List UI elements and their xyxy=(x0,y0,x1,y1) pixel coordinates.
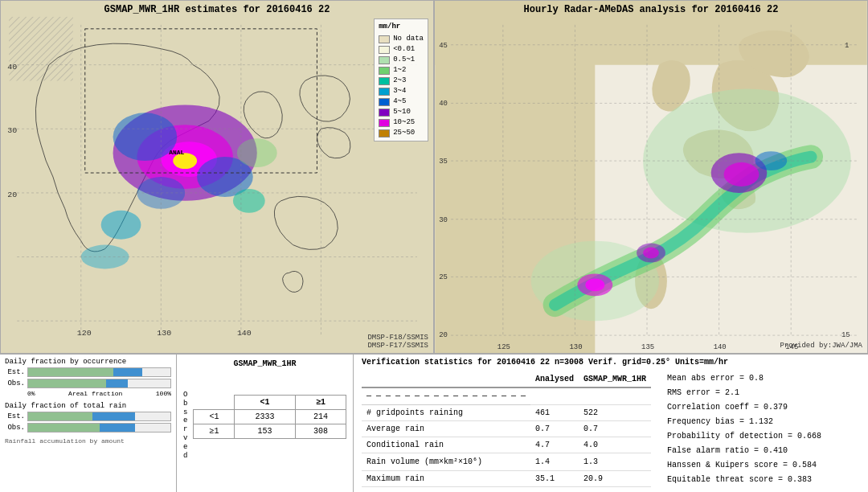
ct-cell-lt1-ge1: 214 xyxy=(295,409,346,424)
ct-header-ge1: ≥1 xyxy=(295,395,346,409)
stat-mean-abs-error: Mean abs error = 0.8 xyxy=(667,371,821,386)
svg-text:120: 120 xyxy=(77,329,92,338)
svg-text:135: 135 xyxy=(641,343,654,351)
bottom-left-panel: Daily fraction by occurrence Est. Obs. xyxy=(0,355,177,492)
legend-no-data: No data xyxy=(393,34,424,44)
svg-text:35: 35 xyxy=(439,158,448,166)
ct-cell-ge1-lt1: 153 xyxy=(235,424,295,438)
left-map-bottom-label: DMSP-F18/SSMIS DMSP-F17/SSMIS xyxy=(367,334,428,350)
legend: mm/hr No data <0.01 0.5~1 1~2 2~3 3~4 4~… xyxy=(374,18,428,141)
legend-10-25: 10~25 xyxy=(393,117,415,128)
right-map-title: Hourly Radar-AMeDAS analysis for 2016041… xyxy=(435,4,867,15)
main-container: GSMAP_MWR_1HR estimates for 20160416 22 xyxy=(0,0,868,492)
stats-row-1-analysed: 461 xyxy=(530,404,579,420)
stat-hanssen-kuipers: Hanssen & Kuipers score = 0.584 xyxy=(667,458,821,473)
maps-row: GSMAP_MWR_1HR estimates for 20160416 22 xyxy=(0,0,868,354)
stat-pod: Probability of detection = 0.668 xyxy=(667,429,821,444)
ct-row-ge1: ≥1 xyxy=(194,424,235,438)
ct-table: <1 ≥1 <1 2333 214 ≥1 153 308 xyxy=(193,395,346,439)
legend-3-4: 3~4 xyxy=(393,86,406,96)
svg-text:ANAL: ANAL xyxy=(169,149,184,156)
est-bar-1-blue xyxy=(113,368,141,376)
stats-row-2-label: Average rain xyxy=(362,420,530,437)
legend-4-5: 4~5 xyxy=(393,96,406,107)
accumulation-label: Rainfall accumulation by amount xyxy=(5,437,171,445)
svg-point-37 xyxy=(724,162,760,187)
legend-1-2: 1~2 xyxy=(393,65,406,76)
ct-title: GSMAP_MWR_1HR xyxy=(183,359,346,368)
est-label-1: Est. xyxy=(5,368,25,376)
right-map-svg: 45 40 35 30 25 20 125 130 135 140 145 1 … xyxy=(435,1,867,353)
total-rain-title: Daily fraction of total rain xyxy=(5,402,171,410)
est-bar-2-blue xyxy=(92,412,135,420)
stats-title: Verification statistics for 20160416 22 … xyxy=(362,358,860,367)
left-map-title: GSMAP_MWR_1HR estimates for 20160416 22 xyxy=(1,4,433,15)
svg-text:1: 1 xyxy=(845,42,849,50)
stats-row-5-analysed: 35.1 xyxy=(530,470,579,486)
stats-col-gsmap: GSMAP_MWR_1HR xyxy=(579,371,651,387)
svg-text:30: 30 xyxy=(7,126,17,135)
stats-row-2-analysed: 0.7 xyxy=(530,420,579,437)
obs-bar-2-blue xyxy=(100,424,135,432)
est-bar-2-bg xyxy=(27,412,171,421)
stats-row-1-gsmap: 522 xyxy=(579,404,651,420)
occurrence-chart: Daily fraction by occurrence Est. Obs. xyxy=(5,358,171,397)
svg-text:20: 20 xyxy=(439,331,448,339)
svg-point-42 xyxy=(585,278,604,291)
total-rain-chart: Daily fraction of total rain Est. Obs. xyxy=(5,402,171,433)
legend-2-3: 2~3 xyxy=(393,76,406,86)
legend-25-50: 25~50 xyxy=(393,128,415,138)
stats-table: Analysed GSMAP_MWR_1HR — — — — — — — — —… xyxy=(362,371,651,487)
est-bar-1-green xyxy=(28,368,113,376)
stats-row-3-label: Conditional rain xyxy=(362,437,530,453)
svg-point-11 xyxy=(237,138,277,167)
ct-wrapper: Observed <1 ≥1 <1 2333 214 ≥1 xyxy=(183,373,346,460)
svg-text:140: 140 xyxy=(237,329,252,338)
stat-corr-coeff: Correlation coeff = 0.379 xyxy=(667,400,821,415)
stats-row-1-label: # gridpoints raining xyxy=(362,404,530,420)
ct-observed-label: Observed xyxy=(183,391,187,460)
stats-row-4-gsmap: 1.3 xyxy=(579,453,651,471)
obs-label-2: Obs. xyxy=(5,424,25,432)
ct-cell-ge1-ge1: 308 xyxy=(295,424,346,438)
obs-bar-2-bg xyxy=(27,423,171,433)
stats-col-label xyxy=(362,371,530,387)
right-map-credit: Provided by:JWA/JMA xyxy=(780,342,862,350)
est-label-2: Est. xyxy=(5,412,25,420)
est-bar-2-green xyxy=(28,412,92,420)
stats-right: Mean abs error = 0.8 RMS error = 2.1 Cor… xyxy=(667,371,821,487)
svg-text:40: 40 xyxy=(7,63,17,72)
verification-panel: Verification statistics for 20160416 22 … xyxy=(354,355,868,492)
stats-row-4-label: Rain volume (mm×km²×10⁶) xyxy=(362,453,530,471)
legend-5-10: 5~10 xyxy=(393,107,411,117)
stat-freq-bias: Frequency bias = 1.132 xyxy=(667,415,821,429)
svg-point-5 xyxy=(113,113,178,161)
stat-equitable-threat: Equitable threat score = 0.383 xyxy=(667,473,821,487)
est-bar-1-bg xyxy=(27,367,171,377)
stats-col-analysed: Analysed xyxy=(530,371,579,387)
occurrence-title: Daily fraction by occurrence xyxy=(5,358,171,366)
obs-label-1: Obs. xyxy=(5,379,25,387)
stats-row-5-gsmap: 20.9 xyxy=(579,470,651,486)
stats-row-0-label: — — — — — — — — — — — — — — — — — xyxy=(362,387,530,404)
legend-05-1: 0.5~1 xyxy=(393,55,415,65)
svg-text:140: 140 xyxy=(714,343,727,351)
stat-false-alarm-ratio: False alarm ratio = 0.410 xyxy=(667,444,821,458)
svg-text:25: 25 xyxy=(439,273,448,281)
svg-text:40: 40 xyxy=(439,100,448,108)
ct-row-lt1: <1 xyxy=(194,409,235,424)
svg-text:20: 20 xyxy=(7,191,17,199)
ct-header-lt1: <1 xyxy=(235,395,295,409)
stats-row-5-label: Maximum rain xyxy=(362,470,530,486)
stats-row-4-analysed: 1.4 xyxy=(530,453,579,471)
svg-text:15: 15 xyxy=(841,331,850,339)
stats-row-3-analysed: 4.7 xyxy=(530,437,579,453)
bottom-row: Daily fraction by occurrence Est. Obs. xyxy=(0,354,868,492)
left-map-panel: GSMAP_MWR_1HR estimates for 20160416 22 xyxy=(0,0,434,354)
obs-bar-1-blue xyxy=(106,379,128,387)
bar-axis-1: 0% Areal fraction 100% xyxy=(27,390,171,397)
stat-rms-error: RMS error = 2.1 xyxy=(667,386,821,400)
stats-content: Analysed GSMAP_MWR_1HR — — — — — — — — —… xyxy=(362,371,860,487)
svg-point-40 xyxy=(643,248,659,259)
stats-row-2-gsmap: 0.7 xyxy=(579,420,651,437)
